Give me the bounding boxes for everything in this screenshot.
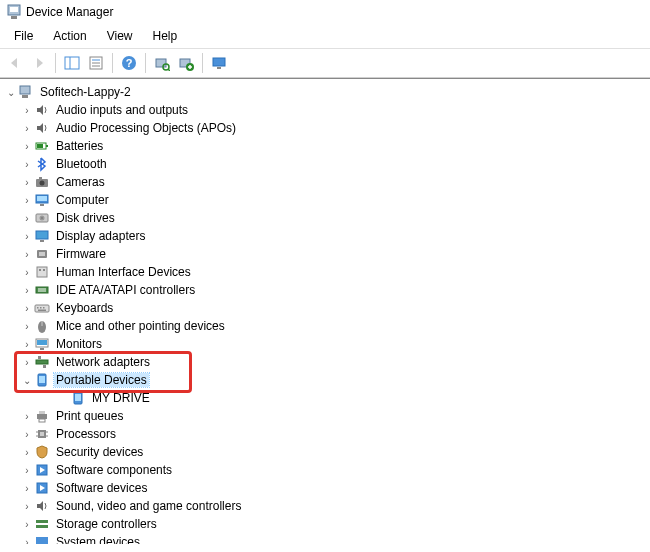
svg-rect-18: [213, 58, 225, 66]
expand-icon[interactable]: ›: [20, 121, 34, 135]
category-label[interactable]: Storage controllers: [54, 517, 159, 531]
category-label[interactable]: Print queues: [54, 409, 125, 423]
tree-category[interactable]: › Network adapters: [2, 353, 648, 371]
tree-category[interactable]: › Keyboards: [2, 299, 648, 317]
expand-icon[interactable]: ›: [20, 463, 34, 477]
category-label[interactable]: Monitors: [54, 337, 104, 351]
category-label[interactable]: IDE ATA/ATAPI controllers: [54, 283, 197, 297]
tree-category[interactable]: › Mice and other pointing devices: [2, 317, 648, 335]
help-button[interactable]: ?: [118, 52, 140, 74]
category-label[interactable]: Computer: [54, 193, 111, 207]
tree-category[interactable]: ⌄ Portable Devices: [2, 371, 648, 389]
category-label[interactable]: Cameras: [54, 175, 107, 189]
root-label[interactable]: Sofitech-Lappy-2: [38, 85, 133, 99]
category-label[interactable]: Portable Devices: [54, 373, 149, 387]
show-hide-tree-button[interactable]: [61, 52, 83, 74]
expand-icon[interactable]: ›: [20, 535, 34, 544]
svg-rect-35: [40, 240, 44, 242]
category-label[interactable]: Audio inputs and outputs: [54, 103, 190, 117]
expand-icon[interactable]: ›: [20, 175, 34, 189]
expand-icon[interactable]: ›: [20, 427, 34, 441]
expand-icon[interactable]: ›: [20, 157, 34, 171]
svg-rect-3: [65, 57, 79, 69]
expand-icon[interactable]: ›: [20, 499, 34, 513]
tree-category[interactable]: › Audio inputs and outputs: [2, 101, 648, 119]
category-label[interactable]: Sound, video and game controllers: [54, 499, 243, 513]
menu-view[interactable]: View: [97, 26, 143, 46]
sound-icon: [34, 498, 50, 514]
expand-icon[interactable]: ›: [20, 103, 34, 117]
expand-icon[interactable]: ›: [20, 193, 34, 207]
expand-icon[interactable]: ›: [20, 355, 34, 369]
expand-icon[interactable]: ›: [20, 409, 34, 423]
add-legacy-hardware-button[interactable]: [175, 52, 197, 74]
collapse-icon[interactable]: ⌄: [20, 373, 34, 387]
expand-icon[interactable]: ›: [20, 283, 34, 297]
category-label[interactable]: Security devices: [54, 445, 145, 459]
tree-category[interactable]: › Display adapters: [2, 227, 648, 245]
tree-category[interactable]: › Storage controllers: [2, 515, 648, 533]
category-label[interactable]: Display adapters: [54, 229, 147, 243]
category-label[interactable]: Software devices: [54, 481, 149, 495]
category-label[interactable]: Bluetooth: [54, 157, 109, 171]
menu-file[interactable]: File: [4, 26, 43, 46]
properties-button[interactable]: [85, 52, 107, 74]
tree-category[interactable]: › System devices: [2, 533, 648, 544]
expand-icon[interactable]: ›: [20, 211, 34, 225]
tree-category[interactable]: › Software components: [2, 461, 648, 479]
svg-rect-37: [39, 252, 45, 256]
tree-category[interactable]: › Print queues: [2, 407, 648, 425]
svg-rect-19: [217, 67, 221, 69]
device-label[interactable]: MY DRIVE: [90, 391, 152, 405]
category-label[interactable]: Disk drives: [54, 211, 117, 225]
tree-category[interactable]: › IDE ATA/ATAPI controllers: [2, 281, 648, 299]
tree-category[interactable]: › Cameras: [2, 173, 648, 191]
tree-category[interactable]: › Human Interface Devices: [2, 263, 648, 281]
expand-icon[interactable]: ›: [20, 247, 34, 261]
expand-icon[interactable]: ›: [20, 319, 34, 333]
tree-root[interactable]: ⌄ Sofitech-Lappy-2: [2, 83, 648, 101]
tree-category[interactable]: › Audio Processing Objects (APOs): [2, 119, 648, 137]
tree-category[interactable]: › Disk drives: [2, 209, 648, 227]
menu-help[interactable]: Help: [143, 26, 188, 46]
tree-category[interactable]: › Software devices: [2, 479, 648, 497]
tree-category[interactable]: › Computer: [2, 191, 648, 209]
category-label[interactable]: Keyboards: [54, 301, 115, 315]
expand-icon[interactable]: ›: [20, 265, 34, 279]
tree-category[interactable]: › Monitors: [2, 335, 648, 353]
display-icon: [34, 228, 50, 244]
tree-device[interactable]: MY DRIVE: [2, 389, 648, 407]
expand-icon[interactable]: ›: [20, 517, 34, 531]
window-title: Device Manager: [26, 5, 113, 19]
tree-category[interactable]: › Processors: [2, 425, 648, 443]
category-label[interactable]: Processors: [54, 427, 118, 441]
category-label[interactable]: Audio Processing Objects (APOs): [54, 121, 238, 135]
svg-rect-45: [37, 307, 39, 309]
expand-icon[interactable]: ›: [20, 301, 34, 315]
expand-icon[interactable]: ›: [20, 139, 34, 153]
category-label[interactable]: System devices: [54, 535, 142, 544]
remote-button[interactable]: [208, 52, 230, 74]
audio-icon: [34, 120, 50, 136]
expand-icon[interactable]: ›: [20, 229, 34, 243]
category-label[interactable]: Batteries: [54, 139, 105, 153]
menu-action[interactable]: Action: [43, 26, 96, 46]
category-label[interactable]: Software components: [54, 463, 174, 477]
category-label[interactable]: Firmware: [54, 247, 108, 261]
tree-category[interactable]: › Bluetooth: [2, 155, 648, 173]
expand-icon[interactable]: ›: [20, 481, 34, 495]
category-label[interactable]: Human Interface Devices: [54, 265, 193, 279]
software-icon: [34, 462, 50, 478]
expand-icon[interactable]: ›: [20, 337, 34, 351]
tree-category[interactable]: › Sound, video and game controllers: [2, 497, 648, 515]
category-label[interactable]: Mice and other pointing devices: [54, 319, 227, 333]
expand-icon[interactable]: ›: [20, 445, 34, 459]
tree-category[interactable]: › Batteries: [2, 137, 648, 155]
scan-hardware-button[interactable]: [151, 52, 173, 74]
collapse-icon[interactable]: ⌄: [4, 85, 18, 99]
category-label[interactable]: Network adapters: [54, 355, 152, 369]
tree-category[interactable]: › Security devices: [2, 443, 648, 461]
device-tree[interactable]: ⌄ Sofitech-Lappy-2 › Audio inputs and ou…: [0, 78, 650, 544]
tree-category[interactable]: › Firmware: [2, 245, 648, 263]
svg-rect-63: [39, 419, 45, 422]
